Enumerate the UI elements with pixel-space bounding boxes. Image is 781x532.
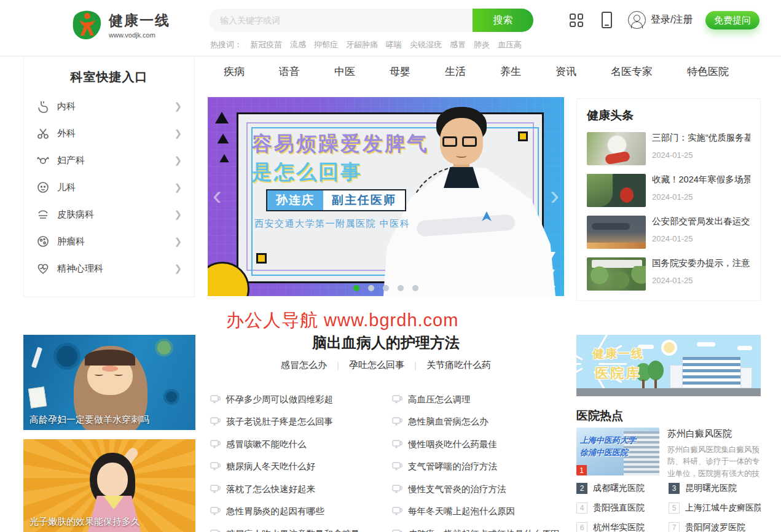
hot-keyword[interactable]: 流感 [290, 39, 306, 50]
question-item[interactable]: 慢性咽炎吃什么药最佳 [392, 433, 574, 456]
featured-link[interactable]: 孕吐怎么回事 [349, 359, 404, 371]
bank-banner-text: 健康一线 医院库 [592, 346, 644, 383]
cloud-decoration [697, 342, 715, 346]
news-item-title: 收藏！2024年寒假多场景... [652, 174, 750, 186]
tree-decoration [648, 361, 664, 380]
question-item[interactable]: 高血压怎么调理 [392, 388, 574, 411]
question-item[interactable]: 落枕了怎么快速好起来 [210, 478, 392, 501]
sidebar-item-internal-medicine[interactable]: 内科 ❯ [24, 93, 194, 120]
carousel-next-arrow[interactable]: › [550, 182, 559, 209]
news-item[interactable]: 三部门：实施“优质服务基... 2024-01-25 [587, 132, 750, 165]
featured-link[interactable]: 关节痛吃什么药 [426, 359, 491, 371]
chat-monitor-icon [210, 530, 221, 532]
hot-keyword[interactable]: 新冠疫苗 [250, 39, 282, 50]
brand-site-url: www.vodjk.com [109, 31, 170, 39]
chat-monitor-icon [392, 485, 402, 494]
question-item[interactable]: 糖尿病人吃水果注意数量和含糖量 [210, 523, 392, 532]
featured-link[interactable]: 感冒怎么办 [281, 359, 327, 371]
login-register-link[interactable]: 登录/注册 [628, 11, 693, 29]
article-image-card[interactable]: 光子嫩肤的效果能保持多久 [23, 439, 195, 532]
rank-badge: 4 [576, 503, 587, 514]
uterus-icon [36, 154, 50, 167]
chevron-right-icon: ❯ [174, 155, 182, 166]
apps-grid-icon[interactable] [570, 14, 583, 27]
hospital-rank-row: 2 成都曙光医院 3 昆明曙光医院 [576, 483, 761, 494]
chevron-right-icon: ❯ [174, 101, 182, 112]
nav-item-voice[interactable]: 语音 [279, 65, 300, 79]
carousel-prev-arrow[interactable]: ‹ [213, 182, 222, 209]
separator: | [337, 360, 339, 370]
carousel-dot-active[interactable] [353, 285, 359, 291]
nav-item-life[interactable]: 生活 [445, 65, 466, 79]
heart-pulse-icon [36, 262, 50, 275]
question-item[interactable]: 糖尿病人冬天吃什么好 [210, 456, 392, 479]
sidebar-item-obstetrics[interactable]: 妇产科 ❯ [24, 147, 194, 174]
mobile-app-icon[interactable] [602, 12, 612, 28]
nav-item-famous-doctors[interactable]: 名医专家 [611, 65, 653, 79]
question-item[interactable]: 慢性支气管炎的治疗方法 [392, 478, 574, 501]
eye [95, 373, 103, 376]
sidebar-item-surgery[interactable]: 外科 ❯ [24, 120, 194, 147]
hospital-rank-item[interactable]: 3 昆明曙光医院 [669, 483, 761, 494]
sidebar-item-psychology[interactable]: 精神心理科 ❯ [24, 255, 194, 282]
sidebar-item-dermatology[interactable]: 皮肤病科 ❯ [24, 201, 194, 228]
hospital-name: 贵阳强直医院 [593, 503, 645, 514]
nav-item-disease[interactable]: 疾病 [224, 65, 245, 79]
question-item[interactable]: 怀孕多少周可以做四维彩超 [210, 388, 392, 411]
brand-logo-icon [71, 9, 103, 41]
question-item[interactable]: 支气管哮喘的治疗方法 [392, 456, 574, 479]
search-button[interactable]: 搜索 [473, 9, 533, 32]
news-item[interactable]: 收藏！2024年寒假多场景... 2024-01-25 [587, 174, 750, 207]
hero-carousel[interactable]: 容易烦躁爱发脾气 是怎么回事 孙连庆 副主任医师 西安交通大学第一附属医院 中医… [208, 97, 564, 296]
hot-keyword[interactable]: 牙龈肿痛 [346, 39, 378, 50]
question-item[interactable]: 皮肤痒一挠就起红点或红块是什么原因 [392, 523, 574, 532]
hospital-rank-item[interactable]: 5 上海江城牛皮癣医院 [669, 503, 761, 514]
hot-keyword[interactable]: 肺炎 [474, 39, 490, 50]
hospital-rank-item[interactable]: 7 贵阳阿波罗医院 [669, 522, 761, 532]
sidebar-item-label: 妇产科 [57, 155, 174, 166]
question-item[interactable]: 急性胃肠炎的起因有哪些 [210, 501, 392, 523]
hot-keyword[interactable]: 血压高 [498, 39, 522, 50]
hospital-building [682, 356, 741, 388]
hot-keyword[interactable]: 哮喘 [386, 39, 402, 50]
carousel-dot[interactable] [398, 285, 404, 291]
hospital-rank-item[interactable]: 6 杭州华实医院 [576, 522, 669, 532]
hospital-featured-item[interactable]: 上海中医药大学 徐浦中医医院 1 苏州白癜风医院 苏州白癜风医院集白癜风预防、科… [576, 428, 761, 480]
sidebar-item-pediatrics[interactable]: 儿科 ❯ [24, 174, 194, 201]
nav-item-tcm[interactable]: 中医 [334, 65, 355, 79]
news-item[interactable]: 公安部交管局发出春运交通... 2024-01-25 [587, 216, 750, 249]
article-image-card[interactable]: 高龄孕妇一定要做羊水穿刺吗 [23, 335, 195, 430]
hospital-bank-banner[interactable]: 健康一线 医院库 [576, 335, 761, 396]
hospital-rank-item[interactable]: 2 成都曙光医院 [576, 483, 669, 494]
nav-item-featured-hospitals[interactable]: 特色医院 [687, 65, 729, 79]
carousel-dot[interactable] [412, 285, 418, 291]
nav-item-wellness[interactable]: 养生 [500, 65, 521, 79]
nav-item-news[interactable]: 资讯 [555, 65, 576, 79]
nav-item-mother-baby[interactable]: 母婴 [390, 65, 410, 79]
hot-keyword[interactable]: 尖锐湿疣 [410, 39, 442, 50]
question-text: 落枕了怎么快速好起来 [226, 483, 315, 495]
site-logo[interactable]: 健康一线 www.vodjk.com [71, 9, 170, 41]
carousel-dot[interactable] [368, 285, 374, 291]
hospital-rank-item[interactable]: 4 贵阳强直医院 [576, 503, 669, 514]
question-item[interactable]: 孩子老说肚子疼是怎么回事 [210, 411, 392, 434]
question-item[interactable]: 急性脑血管病怎么办 [392, 411, 574, 434]
chat-monitor-icon [210, 395, 221, 404]
carousel-dot[interactable] [383, 285, 389, 291]
rank-badge: 5 [669, 503, 680, 514]
sidebar-item-label: 外科 [57, 128, 174, 139]
hot-keyword[interactable]: 感冒 [450, 39, 466, 50]
search-input[interactable] [209, 9, 473, 32]
sidebar-item-oncology[interactable]: 肿瘤科 ❯ [24, 228, 194, 255]
question-item[interactable]: 每年冬天嘴上起泡什么原因 [392, 501, 574, 523]
question-item[interactable]: 感冒咳嗽不能吃什么 [210, 433, 392, 456]
news-item[interactable]: 国务院安委办提示，注意防... 2024-01-25 [587, 257, 750, 291]
hot-keyword[interactable]: 抑郁症 [314, 39, 338, 50]
free-ask-button[interactable]: 免费提问 [705, 11, 759, 29]
chat-monitor-icon [210, 507, 221, 516]
doctor-name: 孙连庆 [267, 190, 323, 210]
chat-monitor-icon [210, 440, 221, 449]
brand-name: 健康一线 [109, 11, 170, 30]
sidebar-item-label: 精神心理科 [57, 263, 174, 275]
featured-article-title[interactable]: 脑出血病人的护理方法 [208, 333, 564, 353]
